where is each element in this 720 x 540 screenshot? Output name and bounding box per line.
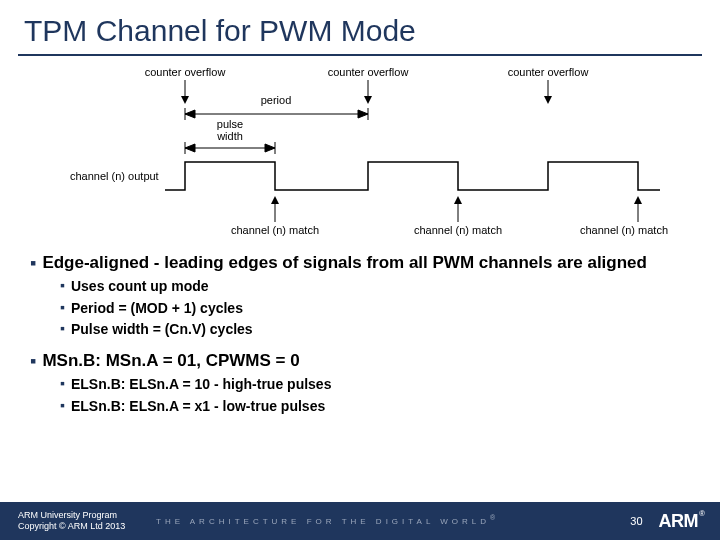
slide-footer: ARM University Program Copyright © ARM L… xyxy=(0,502,720,540)
bullet-icon: ▪ xyxy=(60,376,65,390)
svg-marker-21 xyxy=(634,196,642,204)
bullet-icon: ▪ xyxy=(60,278,65,292)
bullet-icon: ▪ xyxy=(30,352,36,370)
bullet-icon: ▪ xyxy=(30,254,36,272)
pulse-width-label-2: width xyxy=(216,130,243,142)
svg-marker-8 xyxy=(358,110,368,118)
arm-logo: ARM ® xyxy=(659,511,720,532)
svg-marker-1 xyxy=(181,96,189,104)
svg-marker-13 xyxy=(265,144,275,152)
sub-bullet-text: Pulse width = (Cn.V) cycles xyxy=(71,320,253,340)
footer-program: ARM University Program Copyright © ARM L… xyxy=(0,510,150,532)
overflow-label-1: counter overflow xyxy=(145,66,226,78)
svg-marker-19 xyxy=(454,196,462,204)
match-label-3: channel (n) match xyxy=(580,224,668,236)
bullet-text: MSn.B: MSn.A = 01, CPWMS = 0 xyxy=(42,350,299,371)
bullet-icon: ▪ xyxy=(60,321,65,335)
footer-line1: ARM University Program xyxy=(18,510,150,521)
footer-line2: Copyright © ARM Ltd 2013 xyxy=(18,521,150,532)
sub-bullet-elsn-high: ▪ ELSn.B: ELSn.A = 10 - high-true pulses xyxy=(60,375,700,395)
content-block: ▪ Edge-aligned - leading edges of signal… xyxy=(0,242,720,418)
bullet-text: Edge-aligned - leading edges of signals … xyxy=(42,252,647,273)
svg-marker-3 xyxy=(364,96,372,104)
overflow-label-2: counter overflow xyxy=(328,66,409,78)
page-number: 30 xyxy=(619,515,659,527)
sub-bullet-period: ▪ Period = (MOD + 1) cycles xyxy=(60,299,700,319)
match-label-2: channel (n) match xyxy=(414,224,502,236)
bullet-icon: ▪ xyxy=(60,398,65,412)
registered-mark: ® xyxy=(699,509,705,518)
sub-bullet-text: ELSn.B: ELSn.A = 10 - high-true pulses xyxy=(71,375,331,395)
sub-bullet-text: Uses count up mode xyxy=(71,277,209,297)
svg-marker-7 xyxy=(185,110,195,118)
svg-marker-12 xyxy=(185,144,195,152)
page-title: TPM Channel for PWM Mode xyxy=(0,0,720,54)
bullet-edge-aligned: ▪ Edge-aligned - leading edges of signal… xyxy=(30,252,700,273)
title-divider xyxy=(18,54,702,56)
pulse-width-label-1: pulse xyxy=(217,118,243,130)
bullet-icon: ▪ xyxy=(60,300,65,314)
sub-bullet-pulse-width: ▪ Pulse width = (Cn.V) cycles xyxy=(60,320,700,340)
period-label: period xyxy=(261,94,292,106)
timing-diagram: counter overflow counter overflow counte… xyxy=(50,62,670,242)
sub-bullet-elsn-low: ▪ ELSn.B: ELSn.A = x1 - low-true pulses xyxy=(60,397,700,417)
sub-bullet-text: ELSn.B: ELSn.A = x1 - low-true pulses xyxy=(71,397,325,417)
match-label-1: channel (n) match xyxy=(231,224,319,236)
bullet-msn: ▪ MSn.B: MSn.A = 01, CPWMS = 0 xyxy=(30,350,700,371)
sub-bullet-text: Period = (MOD + 1) cycles xyxy=(71,299,243,319)
footer-tagline: THE ARCHITECTURE FOR THE DIGITAL WORLD® xyxy=(150,517,619,526)
channel-output-label: channel (n) output xyxy=(70,170,159,182)
svg-marker-17 xyxy=(271,196,279,204)
overflow-label-3: counter overflow xyxy=(508,66,589,78)
svg-marker-5 xyxy=(544,96,552,104)
sub-bullet-count-up: ▪ Uses count up mode xyxy=(60,277,700,297)
arm-logo-text: ARM xyxy=(659,511,699,532)
